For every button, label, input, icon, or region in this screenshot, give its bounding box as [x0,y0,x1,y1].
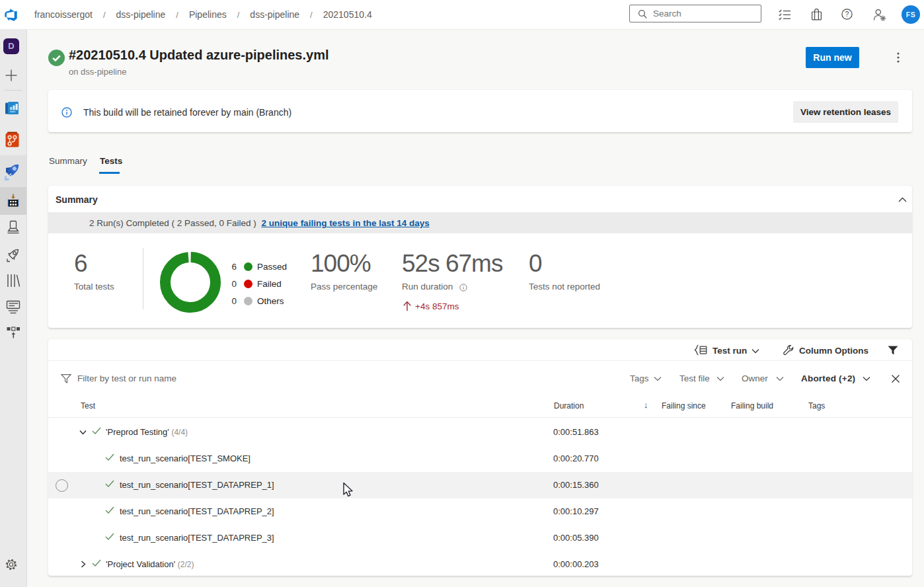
svg-text:?: ? [845,10,849,18]
